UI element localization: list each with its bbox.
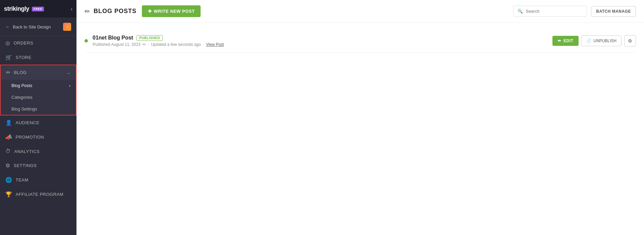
main-content: ✏ BLOG POSTS ✚ WRITE NEW POST 🔍 BATCH MA…	[76, 0, 644, 235]
sidebar-item-settings[interactable]: ⚙ SETTINGS	[0, 158, 76, 173]
published-badge: PUBLISHED	[137, 35, 163, 41]
promotion-label: PROMOTION	[16, 135, 44, 140]
sidebar-item-audience[interactable]: 👤 AUDIENCE	[0, 115, 76, 130]
back-arrow-icon: ←	[5, 24, 10, 29]
sidebar: strikingly FREE ‹ ← Back to Site Design …	[0, 0, 76, 235]
post-settings-button[interactable]: ⚙	[624, 35, 636, 47]
sidebar-header: strikingly FREE ‹	[0, 0, 76, 18]
settings-icon: ⚙	[5, 162, 10, 169]
search-area: 🔍 BATCH MANAGE	[513, 6, 636, 17]
site-icon: 🎨	[63, 23, 71, 31]
unpublish-button[interactable]: 📄 UNPUBLISH	[581, 35, 622, 46]
meta-separator2: ·	[203, 42, 204, 47]
edit-pencil2-icon: ✏	[558, 38, 561, 43]
blog-posts-label: Blog Posts	[11, 83, 32, 88]
audience-icon: 👤	[5, 120, 12, 126]
orders-icon: ◎	[5, 40, 10, 46]
search-box: 🔍	[513, 6, 587, 17]
edit-button[interactable]: ✏ EDIT	[552, 36, 579, 46]
sidebar-item-analytics[interactable]: ⏱ ANALYTICS	[0, 144, 76, 158]
affiliate-label: Affiliate Program	[16, 192, 64, 197]
page-title: BLOG POSTS	[94, 8, 137, 15]
status-dot	[85, 39, 88, 43]
sidebar-item-orders[interactable]: ◎ ORDERS	[0, 36, 76, 50]
blog-section: ✏ BLOG ⌄ Blog Posts › Categories Blog Se…	[0, 65, 76, 115]
write-new-post-button[interactable]: ✚ WRITE NEW POST	[142, 5, 201, 17]
unpublish-icon: 📄	[586, 38, 591, 43]
page-title-area: ✏ BLOG POSTS	[85, 7, 137, 15]
audience-label: AUDIENCE	[16, 120, 40, 125]
blog-posts-chevron-icon: ›	[69, 83, 70, 88]
back-to-site-button[interactable]: ← Back to Site Design 🎨	[0, 18, 76, 36]
search-icon: 🔍	[518, 9, 523, 14]
store-icon: 🛒	[5, 54, 12, 61]
post-info: 01net Blog Post PUBLISHED Published Augu…	[93, 35, 548, 47]
posts-content: 01net Blog Post PUBLISHED Published Augu…	[76, 23, 644, 235]
categories-label: Categories	[11, 95, 33, 100]
sidebar-item-blog-settings[interactable]: Blog Settings	[1, 103, 76, 115]
back-to-site-label: Back to Site Design	[13, 24, 51, 29]
team-icon: 🌐	[5, 177, 12, 183]
post-actions: ✏ EDIT 📄 UNPUBLISH ⚙	[552, 35, 636, 47]
meta-separator: ·	[148, 42, 149, 47]
post-title: 01net Blog Post	[93, 35, 133, 41]
gear-icon: ⚙	[628, 38, 632, 44]
post-title-row: 01net Blog Post PUBLISHED	[93, 35, 548, 41]
analytics-label: ANALYTICS	[14, 149, 40, 154]
affiliate-icon: 🏆	[5, 191, 12, 198]
free-badge: FREE	[32, 7, 44, 11]
promotion-icon: 📣	[5, 134, 12, 140]
sidebar-item-categories[interactable]: Categories	[1, 91, 76, 103]
search-input[interactable]	[526, 9, 583, 14]
view-post-link[interactable]: View Post	[206, 42, 224, 47]
sidebar-item-blog-posts[interactable]: Blog Posts ›	[1, 80, 76, 91]
store-label: STORE	[16, 55, 32, 60]
post-meta: Published August 11, 2023 ✏ · Updated a …	[93, 42, 548, 47]
blog-label: BLOG	[14, 70, 27, 75]
edit-label: EDIT	[564, 38, 573, 43]
team-label: TEAM	[16, 177, 29, 182]
brand-area: strikingly FREE	[4, 5, 44, 12]
plus-icon: ✚	[148, 9, 152, 14]
brand-name: strikingly	[4, 5, 29, 12]
published-date: Published August 11, 2023	[93, 42, 141, 47]
toolbar: ✏ BLOG POSTS ✚ WRITE NEW POST 🔍 BATCH MA…	[76, 0, 644, 23]
orders-label: ORDERS	[14, 41, 34, 46]
batch-manage-button[interactable]: BATCH MANAGE	[591, 6, 636, 17]
updated-text: Updated a few seconds ago	[151, 42, 201, 47]
sidebar-item-team[interactable]: 🌐 TEAM	[0, 173, 76, 187]
sidebar-item-blog[interactable]: ✏ BLOG ⌄	[1, 65, 76, 80]
edit-pencil-icon[interactable]: ✏	[143, 42, 146, 47]
unpublish-label: UNPUBLISH	[593, 38, 616, 43]
blog-submenu: Blog Posts › Categories Blog Settings	[1, 80, 76, 115]
sidebar-collapse-button[interactable]: ‹	[71, 6, 72, 12]
post-row: 01net Blog Post PUBLISHED Published Augu…	[85, 29, 636, 53]
blog-settings-label: Blog Settings	[11, 106, 37, 111]
sidebar-item-promotion[interactable]: 📣 PROMOTION	[0, 130, 76, 144]
write-btn-label: WRITE NEW POST	[154, 9, 195, 14]
analytics-icon: ⏱	[5, 148, 11, 154]
blog-chevron-icon: ⌄	[67, 70, 71, 75]
blog-icon: ✏	[6, 69, 11, 76]
sidebar-item-affiliate[interactable]: 🏆 Affiliate Program	[0, 187, 76, 202]
blog-posts-icon: ✏	[85, 7, 90, 15]
settings-label: SETTINGS	[14, 163, 37, 168]
sidebar-item-store[interactable]: 🛒 STORE	[0, 50, 76, 65]
